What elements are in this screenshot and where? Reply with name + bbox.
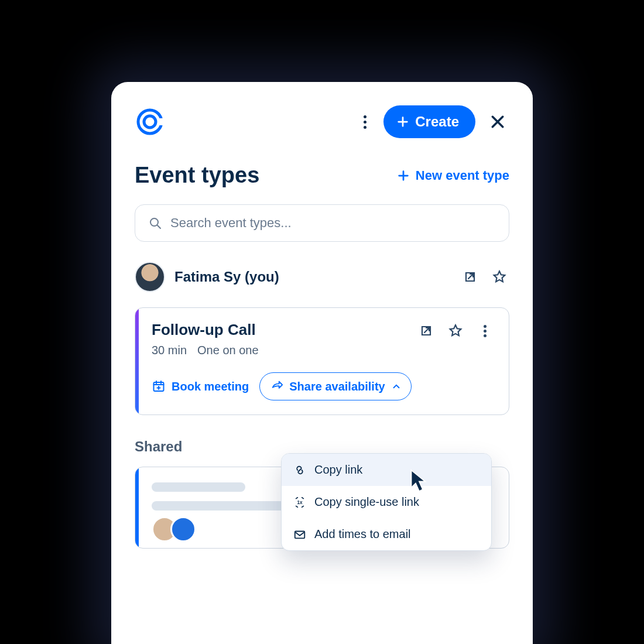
new-event-type-label: New event type <box>416 168 509 183</box>
event-card: Follow-up Call 30 min One on one <box>135 307 509 415</box>
plus-icon <box>397 169 410 182</box>
open-external-button[interactable] <box>460 267 480 287</box>
top-bar: Create <box>135 105 509 138</box>
mouse-cursor-icon <box>409 468 430 495</box>
calendly-logo-icon <box>135 107 165 137</box>
svg-text:1x: 1x <box>297 499 303 505</box>
dropdown-item-add-times[interactable]: Add times to email <box>282 518 491 550</box>
user-name: Fatima Sy (you) <box>174 269 279 285</box>
event-types-panel: Create Event types New event type Fatima… <box>111 82 533 644</box>
event-duration: 30 min <box>152 344 187 357</box>
shared-card-accent <box>135 467 139 548</box>
title-row: Event types New event type <box>135 163 509 188</box>
create-button[interactable]: Create <box>383 105 475 138</box>
new-event-type-button[interactable]: New event type <box>397 168 509 183</box>
create-button-label: Create <box>415 114 459 130</box>
share-availability-button[interactable]: Share availability <box>259 372 411 400</box>
svg-rect-2 <box>158 118 165 125</box>
single-use-link-icon: 1x <box>293 496 306 509</box>
search-field[interactable] <box>135 204 509 242</box>
favorite-button[interactable] <box>489 267 509 287</box>
svg-point-1 <box>144 116 156 128</box>
dropdown-item-label: Copy link <box>314 463 362 477</box>
share-dropdown: Copy link 1x Copy single-use link Add ti… <box>281 453 492 551</box>
search-icon <box>148 216 162 230</box>
calendar-add-icon <box>152 379 166 393</box>
event-more-button[interactable] <box>475 321 495 341</box>
chevron-up-icon <box>391 381 402 392</box>
star-icon <box>492 269 507 285</box>
shared-section-label: Shared <box>135 439 509 455</box>
event-kind: One on one <box>197 344 259 357</box>
share-availability-label: Share availability <box>289 380 385 393</box>
star-icon <box>448 323 463 338</box>
user-avatar <box>135 262 165 292</box>
avatar <box>170 516 196 542</box>
event-open-external-button[interactable] <box>416 321 436 341</box>
dropdown-item-label: Copy single-use link <box>314 495 419 509</box>
close-icon <box>489 113 506 131</box>
book-meeting-button[interactable]: Book meeting <box>152 379 249 393</box>
close-button[interactable] <box>486 110 509 133</box>
external-link-icon <box>419 324 433 338</box>
kebab-icon <box>484 325 487 337</box>
dropdown-item-label: Add times to email <box>314 527 411 541</box>
shared-avatars <box>152 516 196 542</box>
event-card-accent <box>135 308 139 415</box>
skeleton-line <box>152 482 245 492</box>
share-arrow-icon <box>270 380 283 393</box>
mail-icon <box>293 528 306 541</box>
skeleton-line <box>152 501 286 511</box>
plus-icon <box>396 115 409 128</box>
more-menu-button[interactable] <box>357 114 373 130</box>
dropdown-item-copy-link[interactable]: Copy link <box>282 454 491 486</box>
book-meeting-label: Book meeting <box>172 380 249 393</box>
svg-point-3 <box>150 218 158 226</box>
event-favorite-button[interactable] <box>446 321 465 341</box>
svg-rect-6 <box>295 531 305 538</box>
link-icon <box>293 464 306 477</box>
page-title: Event types <box>135 163 259 188</box>
dropdown-item-copy-single-use[interactable]: 1x Copy single-use link <box>282 486 491 518</box>
event-title: Follow-up Call <box>152 321 259 339</box>
external-link-icon <box>463 270 477 284</box>
search-input[interactable] <box>170 215 496 231</box>
kebab-icon <box>364 115 366 129</box>
user-row: Fatima Sy (you) <box>135 262 509 292</box>
